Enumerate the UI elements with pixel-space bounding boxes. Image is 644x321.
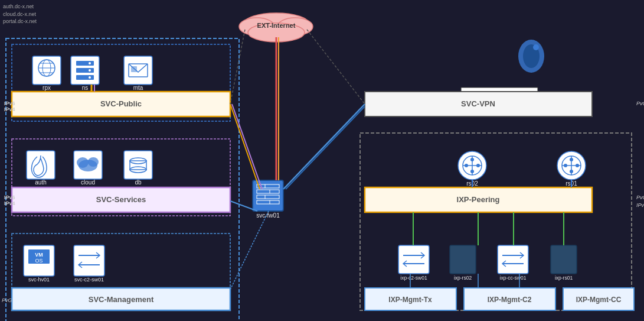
svg-text:mta: mta: [133, 85, 143, 91]
svg-point-104: [570, 170, 573, 173]
svg-point-67: [130, 158, 146, 164]
svg-line-129: [230, 211, 269, 290]
top-domains: auth.dc-x.net cloud.dc-x.net portal.dc-x…: [3, 3, 37, 25]
svg-point-99: [557, 151, 586, 180]
svg-point-7: [277, 18, 313, 35]
svg-point-13: [533, 44, 539, 50]
svg-point-100: [562, 156, 581, 175]
svg-rect-80: [253, 180, 283, 211]
svg-rect-47: [71, 56, 99, 85]
svg-rect-68: [130, 161, 146, 170]
svg-text:ixp-rs02: ixp-rs02: [454, 275, 472, 281]
svg-rect-55: [124, 56, 152, 85]
svg-text:IXP-Mgmt-Tx: IXP-Mgmt-Tx: [388, 296, 432, 304]
svg-text:ixp-rs01: ixp-rs01: [555, 275, 573, 281]
svg-point-41: [38, 60, 55, 76]
svg-point-105: [564, 164, 567, 167]
svg-line-127: [283, 104, 365, 189]
svg-point-103: [570, 158, 573, 161]
svg-point-97: [476, 164, 480, 167]
svg-text:SVC-Public: SVC-Public: [100, 99, 142, 108]
svg-text:rs01: rs01: [565, 180, 577, 187]
svg-text:IXP-Peering: IXP-Peering: [457, 195, 500, 204]
svg-text:PvG: PvG: [2, 297, 12, 303]
svg-rect-76: [74, 245, 104, 276]
svg-point-42: [43, 60, 51, 76]
svg-text:VM: VM: [35, 252, 43, 258]
svg-text:ixp-c2-sw01: ixp-c2-sw01: [400, 275, 427, 281]
svg-text:IPv4: IPv4: [4, 106, 15, 112]
svg-point-53: [89, 76, 91, 79]
svg-rect-3: [12, 139, 230, 216]
svg-point-8: [248, 23, 305, 42]
svg-rect-22: [365, 92, 592, 116]
svg-text:ixp-cc-sw01: ixp-cc-sw01: [500, 275, 527, 281]
svg-text:svc-c2-sw01: svc-c2-sw01: [74, 277, 104, 283]
svg-line-128: [286, 106, 365, 189]
svg-rect-84: [257, 200, 279, 204]
svg-text:PvG: PvG: [636, 194, 644, 200]
svg-point-90: [458, 151, 486, 180]
svg-text:Management Access: Management Access: [469, 90, 530, 98]
svg-point-94: [470, 158, 474, 161]
svg-point-5: [244, 13, 309, 34]
svg-rect-28: [464, 288, 555, 310]
svg-point-69: [130, 167, 146, 173]
svg-rect-57: [131, 66, 137, 72]
svg-rect-59: [27, 151, 55, 179]
svg-point-64: [88, 157, 99, 167]
svg-text:rpx: rpx: [43, 85, 51, 91]
svg-rect-18: [12, 187, 230, 212]
svg-line-122: [230, 30, 245, 104]
svg-rect-66: [124, 151, 152, 179]
svg-text:rs02: rs02: [466, 180, 478, 187]
svg-text:IXP-Mgmt-C2: IXP-Mgmt-C2: [488, 296, 532, 304]
svg-point-52: [89, 69, 91, 72]
svg-point-6: [239, 18, 274, 35]
svg-point-63: [77, 157, 89, 168]
svg-point-11: [518, 40, 544, 73]
svg-rect-2: [12, 44, 230, 121]
svg-point-106: [576, 164, 579, 167]
svg-text:EXT-Internet: EXT-Internet: [257, 22, 296, 29]
svg-text:OS: OS: [35, 258, 43, 264]
network-diagram: auth.dc-x.net cloud.dc-x.net portal.dc-x…: [0, 0, 644, 321]
svg-point-62: [79, 160, 97, 171]
svg-rect-56: [129, 64, 148, 77]
svg-rect-40: [32, 56, 61, 85]
svg-rect-48: [76, 61, 94, 66]
svg-text:SVC-VPN: SVC-VPN: [461, 99, 495, 108]
svg-text:ns: ns: [82, 85, 89, 91]
svg-rect-61: [74, 151, 102, 179]
svg-rect-20: [12, 288, 230, 310]
svg-point-51: [89, 62, 91, 64]
svg-line-126: [230, 201, 257, 211]
svg-rect-72: [28, 249, 50, 264]
svg-line-124: [230, 104, 260, 189]
svg-rect-114: [498, 245, 528, 274]
svg-rect-4: [12, 234, 230, 293]
svg-point-12: [523, 44, 540, 68]
svg-text:IPv4: IPv4: [4, 200, 15, 206]
svg-text:svc-fw01: svc-fw01: [256, 212, 280, 219]
svg-rect-71: [24, 245, 54, 276]
svg-rect-82: [257, 190, 279, 193]
svg-text:PvG: PvG: [636, 100, 644, 106]
svg-rect-30: [563, 288, 634, 310]
svg-line-123: [307, 30, 365, 104]
svg-text:cloud: cloud: [81, 179, 95, 186]
svg-text:svc-hv01: svc-hv01: [28, 277, 50, 283]
svg-rect-50: [76, 75, 94, 80]
svg-text:db: db: [135, 179, 142, 186]
svg-text:IPv6: IPv6: [4, 100, 15, 106]
svg-text:SVC-Management: SVC-Management: [89, 295, 154, 304]
svg-rect-10: [514, 44, 549, 80]
svg-point-91: [463, 156, 482, 175]
svg-line-125: [232, 104, 262, 189]
svg-rect-49: [76, 68, 94, 73]
svg-point-96: [465, 164, 468, 167]
svg-text:IPv6: IPv6: [4, 194, 15, 200]
svg-text:IXP-Mgmt-CC: IXP-Mgmt-CC: [576, 296, 622, 304]
svg-rect-1: [360, 133, 632, 310]
svg-rect-83: [257, 195, 279, 199]
